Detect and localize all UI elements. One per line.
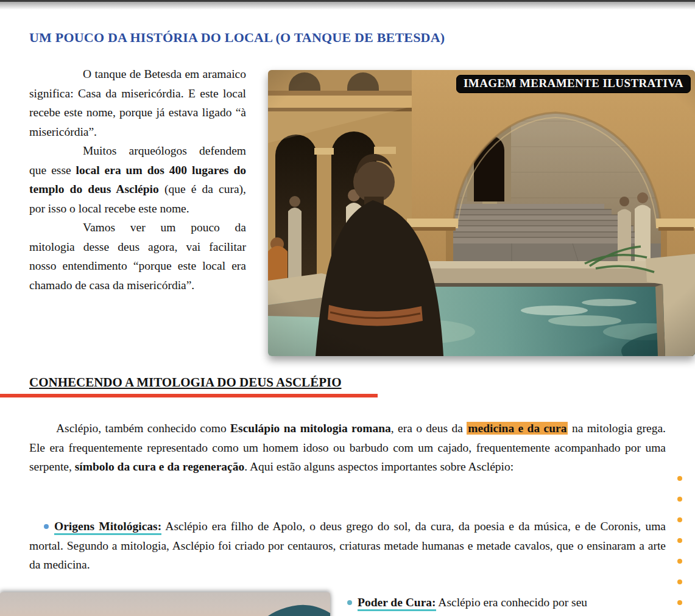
asclepius-paragraph: Asclépio, também conhecido como Esculápi… bbox=[29, 419, 666, 477]
page-top-shadow bbox=[0, 2, 695, 10]
highlighted-run: medicina e da cura bbox=[467, 422, 568, 435]
text-run: . Aqui estão alguns aspectos importantes… bbox=[244, 460, 513, 473]
orange-dot-icon bbox=[677, 476, 682, 481]
bullet-origens-mitologicas: Origens Mitológicas: Asclépio era filho … bbox=[29, 517, 666, 575]
document-page: { "colors": { "heading_blue": "#2b4da0",… bbox=[0, 0, 695, 616]
section2-heading-text: CONHECENDO A MITOLOGIA DO DEUS ASCLÉPIO bbox=[29, 375, 341, 390]
section2-heading: CONHECENDO A MITOLOGIA DO DEUS ASCLÉPIO bbox=[29, 375, 341, 390]
bullet-poder-de-cura: Poder de Cura: Asclépio era conhecido po… bbox=[347, 593, 676, 612]
bullet-label: Poder de Cura: bbox=[358, 596, 436, 611]
bottom-sky-image bbox=[0, 592, 330, 616]
orange-dot-icon bbox=[677, 600, 682, 605]
paragraph-1: O tanque de Betesda em aramaico signific… bbox=[29, 65, 246, 141]
section1-heading: UM POUCO DA HISTÓRIA DO LOCAL (O TANQUE … bbox=[29, 30, 445, 46]
paragraph-2: Muitos arqueólogos defendem que esse loc… bbox=[29, 141, 246, 218]
image-disclaimer-badge: IMAGEM MERAMENTE ILUSTRATIVA bbox=[456, 75, 691, 93]
text-run: O tanque de Betesda em aramaico signific… bbox=[29, 68, 246, 138]
courtyard-illustration bbox=[268, 70, 695, 356]
intro-text-column: O tanque de Betesda em aramaico signific… bbox=[29, 65, 246, 295]
text-run: , era o deus da bbox=[391, 422, 467, 435]
vignette-overlay bbox=[268, 70, 695, 356]
bold-run: símbolo da cura e da regeneração bbox=[75, 460, 245, 473]
orange-dot-icon bbox=[677, 497, 682, 502]
orange-dot-icon bbox=[677, 538, 682, 543]
text-run: Asclépio era conhecido por seu bbox=[436, 596, 588, 609]
text-run: Asclépio, também conhecido como bbox=[56, 422, 230, 435]
orange-dot-icon bbox=[677, 517, 682, 522]
orange-dot-icon bbox=[677, 579, 682, 584]
bold-run: Esculápio na mitologia romana bbox=[230, 422, 391, 435]
courtyard-pool-image: IMAGEM MERAMENTE ILUSTRATIVA bbox=[268, 70, 695, 356]
text-run: Vamos ver um pouco da mitologia desse de… bbox=[29, 221, 246, 292]
orange-dot-icon bbox=[677, 559, 682, 564]
bullet-label: Origens Mitológicas: bbox=[54, 520, 161, 535]
bullet-dot-icon bbox=[347, 600, 352, 605]
orange-dots-column bbox=[677, 476, 682, 616]
paragraph-3: Vamos ver um pouco da mitologia desse de… bbox=[29, 218, 246, 295]
red-underline-bar bbox=[0, 394, 378, 397]
bullet-dot-icon bbox=[44, 524, 49, 529]
